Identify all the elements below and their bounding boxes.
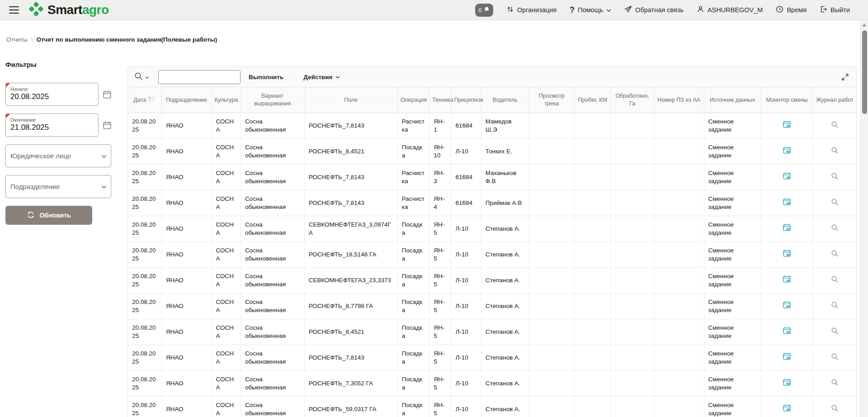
cell-track: [529, 190, 575, 216]
brand-name: Smartagro: [47, 3, 109, 17]
legal-entity-select[interactable]: Юридическое лицо: [5, 144, 111, 167]
division-select[interactable]: Подразделение: [5, 175, 111, 198]
work-journal-icon[interactable]: [831, 353, 839, 360]
shift-monitor-icon[interactable]: [783, 172, 791, 180]
work-journal-icon[interactable]: [831, 327, 839, 335]
work-journal-icon[interactable]: [831, 250, 839, 257]
page-scrollbar[interactable]: [860, 20, 868, 417]
column-header-monitor[interactable]: Монитор смены: [761, 87, 813, 113]
breadcrumb-parent[interactable]: Отчеты: [6, 36, 28, 43]
scrollbar-thumb[interactable]: [862, 30, 867, 114]
scroll-up-arrow-icon[interactable]: [862, 23, 867, 27]
cell-division: ЯНАО: [161, 371, 212, 397]
cell-date: 20.08.2025: [128, 190, 161, 216]
nav-feedback[interactable]: Обратная связь: [624, 5, 684, 14]
cell-pz_number: [654, 319, 704, 345]
column-header-journal[interactable]: Журнал работ: [813, 87, 856, 113]
cell-journal: [813, 113, 856, 139]
search-options-button[interactable]: [134, 72, 149, 82]
calendar-icon[interactable]: [103, 90, 112, 99]
work-journal-icon[interactable]: [831, 172, 839, 180]
cell-operation: Посадка: [397, 216, 429, 242]
search-input[interactable]: [158, 70, 241, 84]
work-journal-icon[interactable]: [831, 198, 839, 206]
nav-time[interactable]: Время: [776, 5, 807, 14]
end-date-field[interactable]: Окончание: [5, 114, 99, 137]
work-journal-icon[interactable]: [831, 275, 839, 283]
cell-vehicle: ЯН-5: [429, 345, 451, 371]
table-row: 20.08.2025ЯНАОСОСНАСосна обыкновеннаяРОС…: [128, 165, 856, 190]
work-journal-icon[interactable]: [831, 379, 839, 386]
breadcrumb: Отчеты \ Отчет по выполнению сменного за…: [6, 36, 217, 43]
shift-monitor-icon[interactable]: [783, 301, 791, 309]
refresh-button[interactable]: Обновить: [5, 206, 92, 225]
column-header-driver[interactable]: Водитель: [481, 87, 529, 113]
execute-button[interactable]: Выполнить: [249, 74, 283, 81]
cell-pz_number: [654, 345, 704, 371]
cell-variant: Сосна обыкновенная: [241, 190, 304, 216]
column-header-processed_ha[interactable]: Обработано, Га: [611, 87, 654, 113]
work-journal-icon[interactable]: [831, 121, 839, 128]
shift-monitor-icon[interactable]: [783, 146, 791, 155]
cell-driver: Степанов А.: [481, 345, 529, 371]
shift-monitor-icon[interactable]: [783, 223, 791, 232]
cell-journal: [813, 216, 856, 242]
work-journal-icon[interactable]: [831, 147, 839, 154]
table-row: 20.08.2025ЯНАОСОСНАСосна обыкновеннаяРОС…: [128, 345, 856, 371]
cell-trailer: Л-10: [451, 294, 481, 319]
shift-monitor-icon[interactable]: [783, 352, 791, 361]
column-header-operation[interactable]: Операция: [397, 87, 429, 113]
start-date-field[interactable]: Начало: [5, 83, 99, 106]
column-header-track[interactable]: Просмотр трека: [529, 87, 575, 113]
paper-plane-icon: [624, 5, 632, 14]
shift-monitor-icon[interactable]: [783, 275, 791, 284]
hamburger-menu-icon[interactable]: [9, 6, 19, 14]
cell-mileage_km: [574, 371, 610, 397]
notification-badge[interactable]: 0: [475, 4, 493, 17]
column-header-trailer[interactable]: Прицепное: [451, 87, 481, 113]
shift-monitor-icon[interactable]: [783, 404, 791, 412]
work-journal-icon[interactable]: [831, 301, 839, 309]
nav-logout[interactable]: Выйти: [820, 5, 850, 14]
maximize-icon[interactable]: [841, 73, 849, 81]
nav-user[interactable]: ASHURBEGOV_M: [697, 5, 763, 14]
nav-organization[interactable]: Организация: [506, 5, 557, 14]
work-journal-icon[interactable]: [831, 404, 839, 412]
column-header-mileage_km[interactable]: Пробег, КМ: [574, 87, 610, 113]
end-date-label: Окончание: [10, 117, 94, 123]
calendar-icon[interactable]: [103, 121, 112, 130]
column-header-label: Прицепное: [454, 96, 483, 104]
column-header-source[interactable]: Источник данных: [704, 87, 761, 113]
shift-monitor-icon[interactable]: [783, 198, 791, 206]
column-header-pz_number[interactable]: Номер ПЗ из АА: [654, 87, 704, 113]
cell-processed_ha: [611, 165, 654, 190]
shift-monitor-icon[interactable]: [783, 378, 791, 387]
cell-monitor: [761, 190, 813, 216]
actions-menu-button[interactable]: Действия: [303, 74, 340, 81]
shift-monitor-icon[interactable]: [783, 249, 791, 258]
report-region: Выполнить Действия ДатаПодразделениеКуль…: [127, 66, 857, 417]
cell-track: [529, 242, 575, 268]
cell-pz_number: [654, 294, 704, 319]
cell-trailer: 61684: [451, 165, 481, 190]
cell-driver: Степанов А.: [481, 397, 529, 417]
start-date-input[interactable]: [10, 92, 94, 101]
column-header-vehicle[interactable]: Техника: [429, 87, 451, 113]
work-journal-icon[interactable]: [831, 224, 839, 232]
nav-user-label: ASHURBEGOV_M: [708, 6, 763, 14]
shift-monitor-icon[interactable]: [783, 120, 791, 129]
cell-date: 20.08.2025: [128, 165, 161, 190]
end-date-input[interactable]: [10, 123, 94, 132]
shift-monitor-icon[interactable]: [783, 327, 791, 335]
cell-vehicle: ЯН-5: [429, 397, 451, 417]
cell-operation: Посадка: [397, 397, 429, 417]
column-header-field[interactable]: Поле: [304, 87, 397, 113]
brand-logo[interactable]: Smartagro: [28, 1, 109, 19]
cell-mileage_km: [574, 242, 610, 268]
column-header-date[interactable]: Дата: [128, 87, 161, 113]
column-header-culture[interactable]: Культура: [212, 87, 241, 113]
column-header-variant[interactable]: Вариант выращивания: [241, 87, 304, 113]
cell-trailer: Л-10: [451, 268, 481, 294]
column-header-division[interactable]: Подразделение: [161, 87, 212, 113]
nav-help[interactable]: ? Помощь: [570, 5, 611, 15]
